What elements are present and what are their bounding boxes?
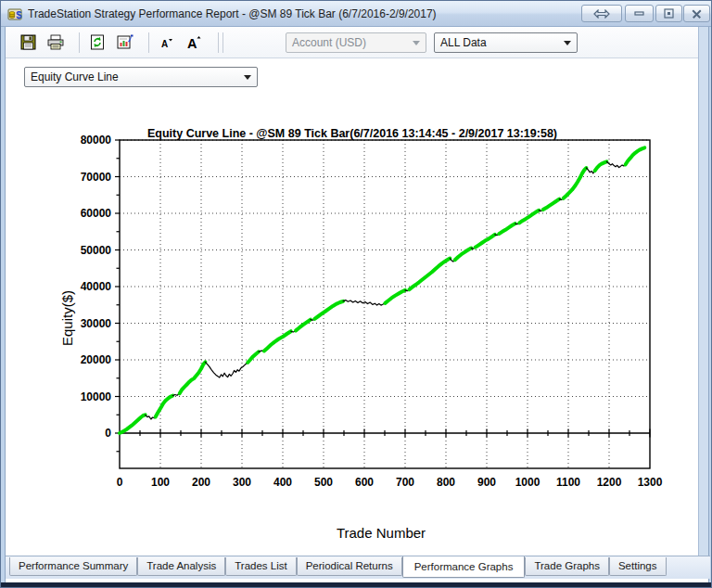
report-tabbar: Performance Summary Trade Analysis Trade… (6, 556, 710, 579)
tradestation-report-window: $ TradeStation Strategy Performance Repo… (0, 0, 712, 588)
font-decrease-icon: A (159, 35, 174, 50)
svg-text:400: 400 (273, 476, 292, 489)
toolbar-separator (148, 32, 149, 53)
client-area: A A Account (USD) ALL Data (5, 27, 709, 584)
print-button[interactable] (44, 32, 67, 54)
svg-text:A: A (187, 36, 197, 51)
titlebar[interactable]: $ TradeStation Strategy Performance Repo… (1, 1, 712, 27)
print-icon (47, 34, 64, 50)
tab-trade-graphs[interactable]: Trade Graphs (525, 557, 609, 576)
report-settings-icon (117, 34, 134, 50)
svg-text:100: 100 (151, 476, 170, 489)
font-decrease-button[interactable]: A (156, 32, 178, 54)
tab-trade-analysis[interactable]: Trade Analysis (137, 557, 225, 576)
minimize-button[interactable] (625, 5, 654, 22)
svg-text:800: 800 (437, 476, 455, 489)
data-range-combobox-value: ALL Data (440, 36, 487, 49)
restore-button[interactable] (655, 5, 682, 22)
link-windows-button[interactable] (581, 5, 622, 22)
svg-text:10000: 10000 (81, 390, 112, 403)
data-range-combobox[interactable]: ALL Data (434, 32, 578, 53)
right-gutter (698, 27, 708, 556)
tab-settings[interactable]: Settings (609, 557, 667, 576)
svg-text:0: 0 (105, 427, 111, 440)
svg-text:1200: 1200 (597, 476, 622, 489)
tab-performance-graphs[interactable]: Performance Graphs (402, 556, 526, 578)
equity-curve-chart: 0100002000030000400005000060000700008000… (11, 115, 702, 556)
app-icon: $ (7, 6, 22, 21)
svg-text:80000: 80000 (81, 134, 112, 147)
svg-text:$: $ (16, 8, 21, 19)
svg-text:70000: 70000 (81, 171, 112, 184)
svg-text:300: 300 (233, 476, 251, 489)
svg-text:50000: 50000 (81, 244, 112, 257)
toolbar-separator (218, 32, 219, 53)
svg-text:200: 200 (192, 476, 210, 489)
svg-text:1300: 1300 (638, 476, 663, 489)
account-combobox[interactable]: Account (USD) (286, 32, 426, 53)
toolbar: A A Account (USD) ALL Data (6, 27, 699, 58)
x-axis-label: Trade Number (337, 525, 426, 541)
font-increase-icon: A (186, 34, 203, 50)
account-combobox-value: Account (USD) (292, 36, 366, 49)
tab-periodical-returns[interactable]: Periodical Returns (297, 557, 402, 576)
svg-text:700: 700 (396, 476, 414, 489)
chevron-down-icon (564, 41, 571, 45)
report-settings-button[interactable] (114, 32, 136, 54)
tab-trades-list[interactable]: Trades List (225, 557, 296, 576)
svg-text:A: A (161, 39, 168, 49)
svg-text:40000: 40000 (81, 280, 112, 293)
window-bottom-edge (1, 582, 712, 587)
refresh-icon (90, 34, 105, 50)
svg-text:1000: 1000 (515, 476, 540, 489)
save-icon (20, 34, 36, 50)
svg-text:0: 0 (117, 476, 123, 489)
svg-text:30000: 30000 (81, 317, 112, 330)
refresh-button[interactable] (86, 32, 108, 54)
graph-type-combobox-value: Equity Curve Line (31, 70, 119, 83)
svg-text:900: 900 (477, 476, 496, 489)
toolbar-separator (222, 32, 223, 53)
close-button[interactable] (683, 5, 710, 22)
svg-text:20000: 20000 (81, 353, 112, 366)
save-button[interactable] (17, 32, 39, 54)
chevron-down-icon (413, 41, 420, 45)
svg-text:1100: 1100 (556, 476, 580, 489)
toolbar-separator (79, 32, 80, 53)
svg-text:500: 500 (314, 476, 333, 489)
font-increase-button[interactable]: A (184, 32, 206, 54)
performance-graphs-panel: Equity Curve Line Equity Curve Line - @S… (6, 58, 699, 556)
svg-text:600: 600 (355, 476, 374, 489)
graph-type-combobox[interactable]: Equity Curve Line (24, 67, 258, 87)
tab-performance-summary[interactable]: Performance Summary (9, 557, 137, 576)
y-axis-label: Equity($) (59, 290, 75, 346)
svg-text:60000: 60000 (81, 207, 112, 220)
chevron-down-icon (244, 75, 251, 80)
